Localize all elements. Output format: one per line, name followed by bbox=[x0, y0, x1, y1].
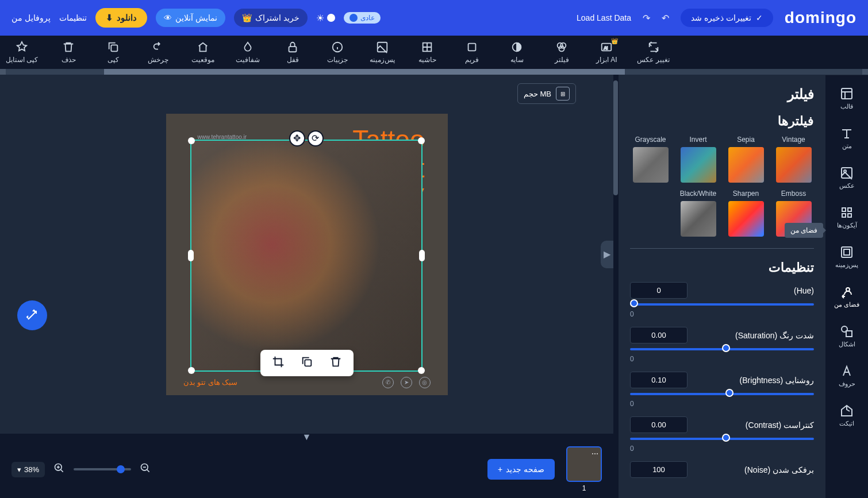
filter-sepia[interactable]: Sepia bbox=[725, 136, 766, 183]
horizontal-scrollbar[interactable] bbox=[0, 69, 868, 75]
download-button[interactable]: دانلود ⬇ bbox=[95, 8, 147, 28]
tool-position[interactable]: موقعیت bbox=[189, 41, 217, 64]
noise-input[interactable] bbox=[630, 461, 688, 478]
resize-handle-mr[interactable] bbox=[419, 250, 425, 261]
tool-frame[interactable]: فریم bbox=[458, 41, 486, 64]
eye-icon: 👁 bbox=[164, 13, 172, 22]
magic-fab[interactable] bbox=[17, 300, 47, 330]
design-footer: سبک های تتو بدن ✆ ➤ ◎ bbox=[166, 377, 448, 388]
panel-scroll-thumb[interactable] bbox=[613, 80, 618, 195]
social-icons: ✆ ➤ ◎ bbox=[382, 377, 431, 388]
zoom-percent[interactable]: ▾ 38% bbox=[11, 462, 45, 477]
bottom-bar: ▾ 38% صفحه جدید + ⋯ 1 bbox=[0, 441, 613, 498]
duplicate-button[interactable] bbox=[301, 356, 313, 370]
tool-ai[interactable]: 👑AIابزار AI bbox=[592, 41, 621, 64]
delete-button[interactable] bbox=[329, 356, 342, 370]
size-badge[interactable]: حجم MB ⊞ bbox=[517, 83, 576, 104]
tool-rotate[interactable]: چرخش bbox=[144, 41, 172, 64]
filter-grayscale[interactable]: Grayscale bbox=[630, 136, 671, 183]
zoom-out-icon[interactable] bbox=[140, 462, 151, 476]
rail-template[interactable]: قالب bbox=[825, 84, 868, 113]
tool-shadow[interactable]: سایه bbox=[502, 41, 531, 64]
save-status-button[interactable]: ✓ تغییرات ذخیره شد bbox=[681, 9, 773, 27]
new-page-button[interactable]: صفحه جدید + bbox=[487, 459, 555, 480]
profile-link[interactable]: پروفایل من bbox=[11, 13, 51, 22]
mode-pill[interactable]: عادی bbox=[344, 12, 381, 24]
resize-handle-br[interactable] bbox=[418, 367, 425, 374]
side-expand-tab[interactable]: ▶ bbox=[601, 241, 613, 268]
rail-myspace[interactable]: فضای من bbox=[825, 282, 868, 311]
preview-button[interactable]: نمایش آنلاین 👁 bbox=[156, 9, 225, 27]
rail-tag[interactable]: اتیکت bbox=[825, 401, 868, 430]
undo-icon[interactable]: ↶ bbox=[662, 13, 669, 24]
canvas-divider[interactable]: ▼ bbox=[0, 434, 613, 441]
tool-change-image[interactable]: تغییر عکس bbox=[637, 41, 669, 64]
filter-bw[interactable]: Black/White bbox=[678, 190, 719, 237]
tool-delete[interactable]: حذف bbox=[54, 41, 83, 64]
tool-label: فیلتر bbox=[555, 56, 569, 64]
resize-handle-bl[interactable] bbox=[188, 367, 195, 374]
resize-handle-tr[interactable] bbox=[418, 137, 425, 144]
saturation-slider[interactable] bbox=[630, 348, 814, 350]
rail-icons[interactable]: آیکون‌ها bbox=[825, 203, 868, 232]
zoom-value: 38% bbox=[24, 465, 39, 474]
resize-handle-ml[interactable] bbox=[188, 250, 194, 261]
rail-background[interactable]: پس‌زمینه bbox=[825, 242, 868, 272]
instagram-icon: ◎ bbox=[419, 377, 431, 388]
svg-rect-20 bbox=[842, 214, 846, 217]
move-handle[interactable]: ✥ bbox=[289, 130, 305, 146]
filter-label: Sharpen bbox=[733, 190, 759, 198]
slider-thumb[interactable] bbox=[725, 389, 733, 397]
selected-image[interactable]: ✥ ⟳ bbox=[190, 140, 423, 372]
rail-image[interactable]: عکس bbox=[825, 163, 868, 192]
contrast-input[interactable] bbox=[630, 416, 688, 433]
tool-border[interactable]: حاشیه bbox=[413, 41, 441, 64]
svg-rect-16 bbox=[842, 168, 852, 178]
filter-label: Emboss bbox=[781, 190, 806, 198]
load-last-button[interactable]: Load Last Data bbox=[577, 13, 631, 22]
tool-lock[interactable]: قفل bbox=[278, 41, 307, 64]
page-thumbnail[interactable]: ⋯ bbox=[566, 446, 602, 482]
rail-tooltip: فضای من bbox=[785, 223, 823, 238]
zoom-slider-thumb[interactable] bbox=[117, 465, 125, 473]
canvas-viewport[interactable]: حجم MB ⊞ www.tehrantattoo.ir Tattoo Arti… bbox=[0, 75, 613, 434]
crop-button[interactable] bbox=[272, 356, 285, 370]
resize-handle-tl[interactable] bbox=[188, 137, 195, 144]
filter-vintage[interactable]: Vintage bbox=[773, 136, 814, 183]
saturation-input[interactable] bbox=[630, 327, 688, 343]
mode-label: عادی bbox=[360, 14, 375, 22]
rotate-handle[interactable]: ⟳ bbox=[308, 130, 324, 146]
rail-fonts[interactable]: حروف bbox=[825, 361, 868, 391]
tool-background[interactable]: پس‌زمینه bbox=[368, 41, 397, 64]
tool-details[interactable]: جزییات bbox=[323, 41, 352, 64]
hue-input[interactable] bbox=[630, 282, 688, 299]
chevron-down-icon: ▾ bbox=[17, 465, 21, 474]
tool-copy[interactable]: کپی bbox=[99, 41, 128, 64]
rail-shapes[interactable]: اشکال bbox=[825, 322, 868, 351]
toggle-dot-icon bbox=[327, 14, 335, 22]
zoom-in-icon[interactable] bbox=[53, 462, 65, 476]
more-dots-icon[interactable]: ⋯ bbox=[592, 450, 598, 458]
filter-invert[interactable]: Invert bbox=[678, 136, 719, 183]
slider-thumb[interactable] bbox=[630, 299, 638, 307]
scrollbar-thumb[interactable] bbox=[104, 69, 625, 75]
tool-copy-style[interactable]: کپی استایل bbox=[6, 41, 38, 64]
panel-scrollbar[interactable] bbox=[613, 75, 618, 498]
tool-opacity[interactable]: شفافیت bbox=[233, 41, 262, 64]
subscribe-label: خرید اشتراک bbox=[255, 13, 299, 22]
tool-filter[interactable]: فیلتر bbox=[547, 41, 576, 64]
brightness-slider[interactable] bbox=[630, 393, 814, 395]
hue-slider[interactable] bbox=[630, 303, 814, 306]
rail-text[interactable]: متن bbox=[825, 123, 868, 153]
zoom-slider[interactable] bbox=[74, 468, 131, 470]
brightness-input[interactable] bbox=[630, 372, 688, 388]
theme-toggle[interactable]: ☀ bbox=[316, 13, 335, 24]
slider-thumb[interactable] bbox=[722, 434, 730, 442]
slider-thumb[interactable] bbox=[722, 344, 730, 352]
subscribe-button[interactable]: خرید اشتراک 👑 bbox=[234, 9, 308, 27]
contrast-slider[interactable] bbox=[630, 438, 814, 440]
settings-link[interactable]: تنظیمات bbox=[59, 13, 87, 22]
filter-sharpen[interactable]: Sharpen bbox=[725, 190, 766, 237]
tool-label: جزییات bbox=[327, 56, 348, 64]
redo-icon[interactable]: ↷ bbox=[643, 13, 650, 24]
